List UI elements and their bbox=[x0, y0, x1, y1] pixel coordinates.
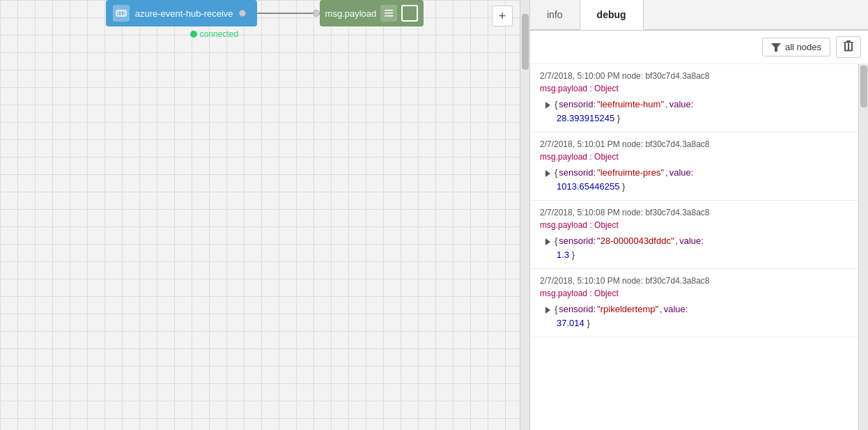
debug-messages-panel[interactable]: 2/7/2018, 5:10:00 PM node: bf30c7d4.3a8a… bbox=[530, 64, 868, 430]
svg-rect-9 bbox=[846, 40, 851, 42]
debug-content-1[interactable]: { sensorid: "leefruimte-hum", value: 28.… bbox=[540, 98, 858, 125]
flow-canvas[interactable]: + azure-event-hub-receive bbox=[0, 0, 529, 430]
debug-content-3[interactable]: { sensorid: "28-0000043dfddc", value: 1.… bbox=[540, 234, 858, 261]
debug-entry-2: 2/7/2018, 5:10:01 PM node: bf30c7d4.3a8a… bbox=[530, 132, 868, 201]
panel-tabs: info debug bbox=[530, 0, 868, 31]
azure-node-label: azure-event-hub-receive bbox=[135, 8, 233, 19]
svg-rect-4 bbox=[385, 10, 393, 11]
status-dot bbox=[190, 31, 197, 38]
azure-event-hub-node[interactable]: azure-event-hub-receive bbox=[106, 0, 257, 26]
debug-type-2: msg.payload : Object bbox=[540, 152, 858, 162]
debug-type-3: msg.payload : Object bbox=[540, 220, 858, 230]
add-tab-button[interactable]: + bbox=[492, 6, 513, 26]
msg-node-label: msg.payload bbox=[325, 8, 377, 19]
tab-debug[interactable]: debug bbox=[580, 0, 644, 30]
debug-arrow-1 bbox=[545, 98, 553, 112]
svg-rect-13 bbox=[844, 50, 853, 52]
svg-rect-12 bbox=[851, 43, 853, 51]
msg-node-status-indicator bbox=[401, 5, 418, 22]
svg-rect-6 bbox=[385, 15, 393, 17]
node-connection-line bbox=[257, 13, 313, 14]
msg-node-menu-icon[interactable] bbox=[380, 5, 397, 22]
msg-node-input-port[interactable] bbox=[313, 10, 320, 17]
debug-type-4: msg.payload : Object bbox=[540, 289, 858, 298]
trash-icon bbox=[844, 40, 853, 52]
right-panel: info debug all nodes bbox=[529, 0, 868, 430]
debug-entry-3: 2/7/2018, 5:10:08 PM node: bf30c7d4.3a8a… bbox=[530, 201, 868, 269]
debug-arrow-4 bbox=[545, 302, 553, 316]
clear-debug-button[interactable] bbox=[836, 36, 861, 58]
debug-meta-2: 2/7/2018, 5:10:01 PM node: bf30c7d4.3a8a… bbox=[540, 139, 858, 149]
filter-nodes-button[interactable]: all nodes bbox=[762, 38, 830, 56]
debug-meta-3: 2/7/2018, 5:10:08 PM node: bf30c7d4.3a8a… bbox=[540, 208, 858, 217]
tab-info[interactable]: info bbox=[530, 0, 580, 30]
debug-panel-scrollbar[interactable] bbox=[858, 64, 868, 430]
canvas-scrollbar[interactable] bbox=[520, 0, 529, 430]
msg-payload-node[interactable]: msg.payload bbox=[320, 0, 424, 26]
filter-icon bbox=[771, 43, 781, 52]
debug-entry-1: 2/7/2018, 5:10:00 PM node: bf30c7d4.3a8a… bbox=[530, 64, 868, 132]
svg-rect-10 bbox=[844, 43, 846, 51]
azure-node-output-port[interactable] bbox=[239, 10, 246, 17]
debug-arrow-2 bbox=[545, 166, 553, 180]
azure-node-icon bbox=[113, 5, 130, 22]
tab-spacer bbox=[644, 0, 868, 30]
debug-meta-4: 2/7/2018, 5:10:10 PM node: bf30c7d4.3a8a… bbox=[540, 276, 858, 286]
svg-rect-8 bbox=[844, 42, 853, 43]
svg-marker-7 bbox=[771, 43, 781, 52]
debug-meta-1: 2/7/2018, 5:10:00 PM node: bf30c7d4.3a8a… bbox=[540, 71, 858, 81]
debug-arrow-3 bbox=[545, 234, 553, 248]
azure-node-status: connected bbox=[190, 29, 238, 39]
canvas-scrollbar-thumb[interactable] bbox=[522, 14, 529, 70]
debug-content-4[interactable]: { sensorid: "rpikeldertemp", value: 37.0… bbox=[540, 302, 858, 330]
svg-rect-5 bbox=[385, 13, 393, 14]
debug-entry-4: 2/7/2018, 5:10:10 PM node: bf30c7d4.3a8a… bbox=[530, 269, 868, 337]
debug-toolbar: all nodes bbox=[530, 31, 868, 64]
debug-type-1: msg.payload : Object bbox=[540, 84, 858, 93]
svg-rect-11 bbox=[848, 43, 849, 51]
debug-content-2[interactable]: { sensorid: "leefruimte-pres", value: 10… bbox=[540, 166, 858, 193]
debug-scrollbar-thumb[interactable] bbox=[860, 66, 867, 107]
azure-node-container: azure-event-hub-receive msg.payload bbox=[0, 0, 529, 39]
